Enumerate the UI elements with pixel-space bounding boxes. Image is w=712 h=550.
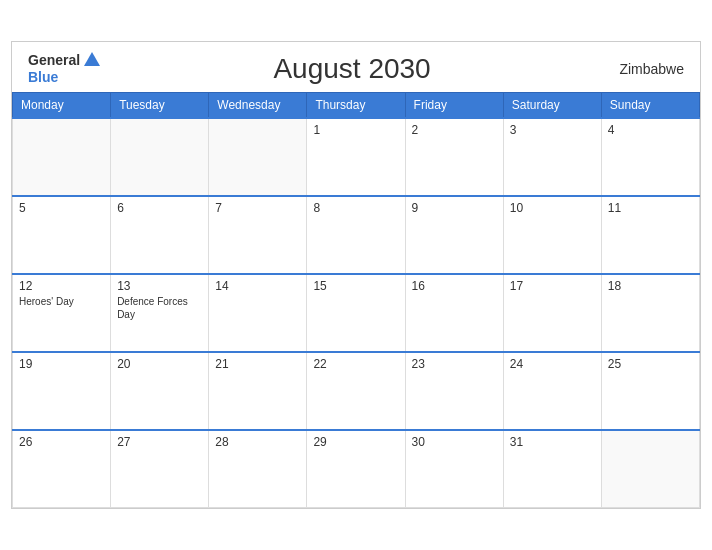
weekday-header-wednesday: Wednesday bbox=[209, 92, 307, 118]
calendar-cell: 2 bbox=[405, 118, 503, 196]
day-number: 4 bbox=[608, 123, 693, 137]
calendar-cell: 6 bbox=[111, 196, 209, 274]
calendar-cell: 19 bbox=[13, 352, 111, 430]
brand-logo: General Blue bbox=[28, 52, 100, 86]
calendar-cell: 7 bbox=[209, 196, 307, 274]
calendar-cell: 31 bbox=[503, 430, 601, 508]
calendar-cell: 5 bbox=[13, 196, 111, 274]
day-number: 16 bbox=[412, 279, 497, 293]
event-text: Defence Forces Day bbox=[117, 295, 202, 321]
calendar-cell: 4 bbox=[601, 118, 699, 196]
calendar-cell bbox=[601, 430, 699, 508]
day-number: 18 bbox=[608, 279, 693, 293]
day-number: 9 bbox=[412, 201, 497, 215]
calendar-cell: 23 bbox=[405, 352, 503, 430]
calendar-country: Zimbabwe bbox=[604, 61, 684, 77]
day-number: 15 bbox=[313, 279, 398, 293]
day-number: 20 bbox=[117, 357, 202, 371]
weekday-header-tuesday: Tuesday bbox=[111, 92, 209, 118]
calendar-container: General Blue August 2030 Zimbabwe Monday… bbox=[11, 41, 701, 509]
calendar-cell: 9 bbox=[405, 196, 503, 274]
day-number: 29 bbox=[313, 435, 398, 449]
day-number: 6 bbox=[117, 201, 202, 215]
brand-blue-text: Blue bbox=[28, 69, 100, 86]
calendar-cell: 14 bbox=[209, 274, 307, 352]
weekday-header-thursday: Thursday bbox=[307, 92, 405, 118]
day-number: 30 bbox=[412, 435, 497, 449]
brand-general-text: General bbox=[28, 52, 80, 69]
calendar-cell bbox=[111, 118, 209, 196]
day-number: 2 bbox=[412, 123, 497, 137]
calendar-cell: 25 bbox=[601, 352, 699, 430]
calendar-grid: MondayTuesdayWednesdayThursdayFridaySatu… bbox=[12, 92, 700, 509]
week-row-1: 1234 bbox=[13, 118, 700, 196]
day-number: 7 bbox=[215, 201, 300, 215]
weekday-header-friday: Friday bbox=[405, 92, 503, 118]
day-number: 17 bbox=[510, 279, 595, 293]
calendar-cell: 26 bbox=[13, 430, 111, 508]
calendar-header: General Blue August 2030 Zimbabwe bbox=[12, 42, 700, 92]
calendar-cell: 13Defence Forces Day bbox=[111, 274, 209, 352]
day-number: 25 bbox=[608, 357, 693, 371]
weekday-header-saturday: Saturday bbox=[503, 92, 601, 118]
calendar-cell: 30 bbox=[405, 430, 503, 508]
day-number: 1 bbox=[313, 123, 398, 137]
calendar-cell: 28 bbox=[209, 430, 307, 508]
week-row-2: 567891011 bbox=[13, 196, 700, 274]
day-number: 24 bbox=[510, 357, 595, 371]
calendar-cell: 1 bbox=[307, 118, 405, 196]
calendar-cell: 10 bbox=[503, 196, 601, 274]
week-row-5: 262728293031 bbox=[13, 430, 700, 508]
day-number: 8 bbox=[313, 201, 398, 215]
day-number: 10 bbox=[510, 201, 595, 215]
day-number: 11 bbox=[608, 201, 693, 215]
calendar-cell: 8 bbox=[307, 196, 405, 274]
day-number: 12 bbox=[19, 279, 104, 293]
weekday-header-row: MondayTuesdayWednesdayThursdayFridaySatu… bbox=[13, 92, 700, 118]
event-text: Heroes' Day bbox=[19, 295, 104, 308]
brand-triangle-icon bbox=[84, 52, 100, 66]
week-row-3: 12Heroes' Day13Defence Forces Day1415161… bbox=[13, 274, 700, 352]
day-number: 28 bbox=[215, 435, 300, 449]
calendar-cell: 15 bbox=[307, 274, 405, 352]
day-number: 31 bbox=[510, 435, 595, 449]
calendar-cell: 12Heroes' Day bbox=[13, 274, 111, 352]
day-number: 3 bbox=[510, 123, 595, 137]
calendar-title: August 2030 bbox=[273, 53, 430, 85]
weekday-header-sunday: Sunday bbox=[601, 92, 699, 118]
calendar-cell bbox=[209, 118, 307, 196]
calendar-cell: 22 bbox=[307, 352, 405, 430]
day-number: 21 bbox=[215, 357, 300, 371]
day-number: 22 bbox=[313, 357, 398, 371]
calendar-cell: 16 bbox=[405, 274, 503, 352]
calendar-cell: 27 bbox=[111, 430, 209, 508]
day-number: 23 bbox=[412, 357, 497, 371]
calendar-cell: 17 bbox=[503, 274, 601, 352]
day-number: 27 bbox=[117, 435, 202, 449]
calendar-cell: 18 bbox=[601, 274, 699, 352]
calendar-cell: 29 bbox=[307, 430, 405, 508]
day-number: 19 bbox=[19, 357, 104, 371]
day-number: 14 bbox=[215, 279, 300, 293]
calendar-cell bbox=[13, 118, 111, 196]
calendar-cell: 21 bbox=[209, 352, 307, 430]
week-row-4: 19202122232425 bbox=[13, 352, 700, 430]
day-number: 13 bbox=[117, 279, 202, 293]
day-number: 26 bbox=[19, 435, 104, 449]
calendar-cell: 3 bbox=[503, 118, 601, 196]
day-number: 5 bbox=[19, 201, 104, 215]
calendar-cell: 11 bbox=[601, 196, 699, 274]
weekday-header-monday: Monday bbox=[13, 92, 111, 118]
calendar-cell: 24 bbox=[503, 352, 601, 430]
calendar-cell: 20 bbox=[111, 352, 209, 430]
